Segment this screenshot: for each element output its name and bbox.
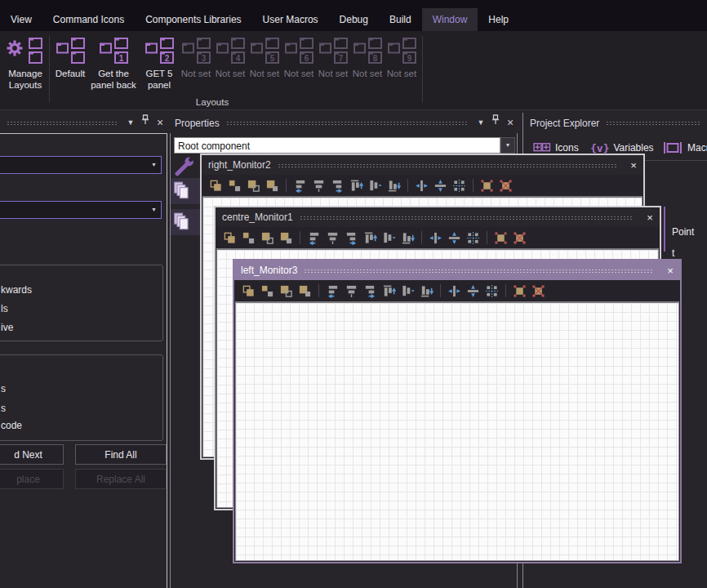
layout-slot-2-button[interactable]: 2 GET 5 panel [140,34,178,91]
bring-forward-icon[interactable] [259,229,276,247]
center-horizontal-icon[interactable] [427,229,444,247]
component-selector-combo[interactable]: Root component ▼ [174,137,515,154]
align-right-icon[interactable] [362,283,379,300]
bring-to-front-icon[interactable] [207,177,225,194]
align-left-icon[interactable] [291,177,309,194]
layout-slot-7-button[interactable]: 7 Not set [317,34,349,80]
center-vertical-icon[interactable] [446,229,463,247]
bring-forward-icon[interactable] [278,283,295,300]
menu-command-icons[interactable]: Command Icons [42,8,135,31]
clear-selection-icon[interactable] [497,177,514,194]
layout-slot-8-button[interactable]: 8 Not set [351,34,384,80]
manage-layouts-icon [6,34,45,67]
chevron-down-icon[interactable]: ▼ [474,113,488,133]
window-titlebar[interactable]: centre_Monitor1 × [216,207,660,227]
manage-layouts-button[interactable]: Manage Layouts [6,34,45,91]
layout-slot-1-button[interactable]: 1 Get the panel back [88,34,139,91]
layout-windows-icon: 7 [318,34,349,67]
drag-texture [304,269,654,273]
menu-components-libraries[interactable]: Components Libraries [135,8,251,31]
panel-splitter[interactable] [170,133,171,588]
send-backward-icon[interactable] [259,283,276,300]
snap-to-grid-icon[interactable] [465,229,482,247]
window-titlebar[interactable]: left_Monitor3 × [234,261,680,280]
menu-debug[interactable]: Debug [329,8,379,31]
align-center-horizontal-icon[interactable] [310,177,327,194]
send-to-back-icon[interactable] [278,229,295,247]
option-label: s [1,383,6,394]
center-vertical-icon[interactable] [465,283,482,300]
align-middle-icon[interactable] [380,229,398,247]
find-next-button[interactable]: d Next [0,444,64,465]
menu-window[interactable]: Window [422,8,478,31]
close-icon[interactable]: × [503,114,518,132]
align-top-icon[interactable] [362,229,379,247]
snap-to-grid-icon[interactable] [451,177,468,194]
tab-label: Variables [613,142,653,154]
align-middle-icon[interactable] [367,177,384,194]
svg-text:9: 9 [407,54,411,63]
select-all-icon[interactable] [478,177,496,194]
select-all-icon[interactable] [511,283,528,300]
layout-default-button[interactable]: Default [54,34,87,80]
close-icon[interactable]: × [624,159,643,172]
chevron-down-icon[interactable]: ▼ [123,113,138,133]
send-backward-icon[interactable] [240,229,257,247]
layout-slot-6-button[interactable]: 6 Not set [282,34,315,80]
center-vertical-icon[interactable] [432,177,449,194]
svg-text:4: 4 [235,54,240,63]
send-to-back-icon[interactable] [264,177,281,194]
layout-slot-9-button[interactable]: 9 Not set [385,34,418,80]
replace-term-combo[interactable]: ▼ [0,201,162,219]
search-term-combo[interactable]: ▼ [0,156,162,174]
align-top-icon[interactable] [380,283,398,300]
find-all-button[interactable]: Find All [75,444,167,465]
layout-slot-4-button[interactable]: 4 Not set [214,34,247,80]
window-titlebar[interactable]: right_Monitor2 × [202,155,643,175]
align-bottom-icon[interactable] [399,229,416,247]
center-horizontal-icon[interactable] [413,177,430,194]
component-selector-value: Root component [174,137,500,154]
align-left-icon[interactable] [324,283,341,300]
chevron-down-icon[interactable]: ▼ [500,137,515,154]
layout-windows-icon [56,34,86,67]
align-top-icon[interactable] [348,177,365,194]
select-all-icon[interactable] [492,229,509,247]
center-horizontal-icon[interactable] [446,283,463,300]
align-center-horizontal-icon[interactable] [343,283,360,300]
design-canvas-grid[interactable] [235,301,679,561]
find-panel-body: ▼ ▼ kwards ls ive s s code d Next Find A… [0,133,167,588]
send-to-back-icon[interactable] [296,283,313,300]
bring-to-front-icon[interactable] [221,229,238,247]
align-left-icon[interactable] [305,229,322,247]
snap-to-grid-icon[interactable] [483,283,500,300]
align-center-horizontal-icon[interactable] [324,229,341,247]
clear-selection-icon[interactable] [511,229,528,247]
menu-user-macros[interactable]: User Macros [252,8,329,31]
menu-bar: View Command Icons Components Libraries … [0,0,707,31]
toolbar-separator [407,179,408,192]
align-bottom-icon[interactable] [385,177,402,194]
align-bottom-icon[interactable] [418,283,435,300]
layout-windows-icon: 8 [353,34,383,67]
align-right-icon[interactable] [343,229,360,247]
clear-selection-icon[interactable] [530,283,547,300]
close-icon[interactable]: × [660,265,680,277]
menu-help[interactable]: Help [478,8,519,31]
bring-to-front-icon[interactable] [240,283,257,300]
close-icon[interactable]: × [640,212,660,224]
send-backward-icon[interactable] [226,177,243,194]
close-icon[interactable]: × [153,114,167,132]
pin-icon[interactable] [138,113,153,133]
layout-slot-5-button[interactable]: 5 Not set [248,34,281,80]
tab-macro[interactable]: Macro [662,137,707,158]
align-right-icon[interactable] [329,177,346,194]
align-middle-icon[interactable] [399,283,416,300]
menu-view[interactable]: View [0,8,42,31]
menu-build[interactable]: Build [379,8,422,31]
replace-button[interactable]: place [0,469,64,489]
pin-icon[interactable] [488,113,503,133]
bring-forward-icon[interactable] [245,177,262,194]
replace-all-button[interactable]: Replace All [75,469,167,489]
layout-slot-3-button[interactable]: 3 Not set [180,34,212,80]
